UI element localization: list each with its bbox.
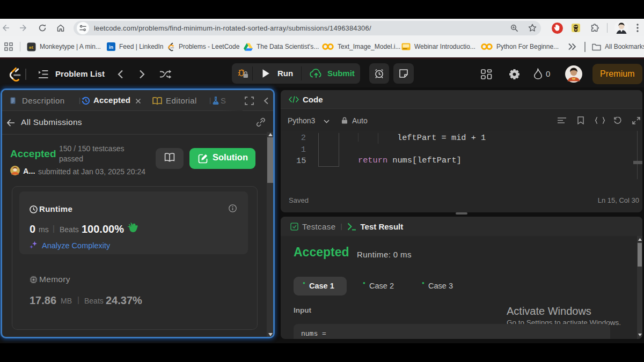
svg-text:mt: mt: [29, 45, 33, 49]
svg-text:in: in: [109, 45, 113, 50]
